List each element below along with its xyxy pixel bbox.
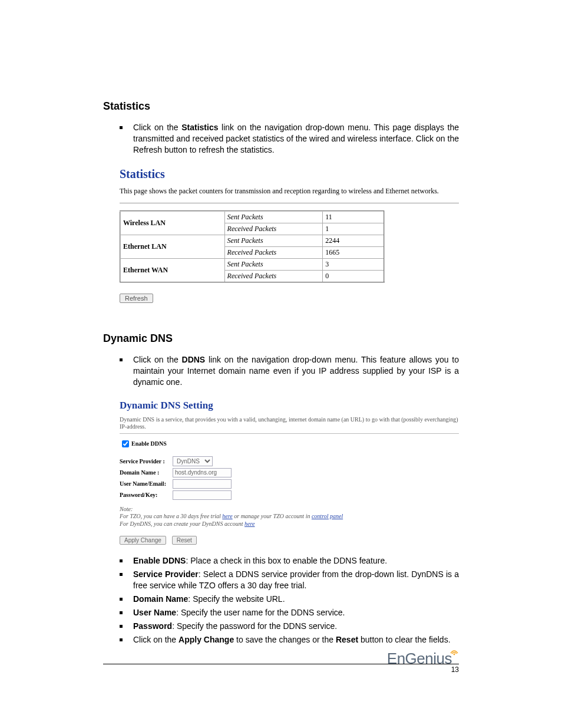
- statistics-panel-title: Statistics: [120, 167, 459, 181]
- ddns-intro: Click on the DDNS link on the navigation…: [133, 354, 459, 388]
- iface-cell: Wireless LAN: [120, 211, 224, 235]
- text-bold: Service Provider: [133, 569, 199, 579]
- bullet-icon: [120, 598, 123, 601]
- statistics-heading: Statistics: [103, 100, 459, 113]
- statistics-panel-desc: This page shows the packet counters for …: [120, 187, 459, 196]
- footer-divider: [103, 664, 459, 664]
- text: For DynDNS, you can create your DynDNS a…: [120, 521, 244, 527]
- value-cell: 1665: [323, 247, 384, 259]
- iface-cell: Ethernet LAN: [120, 235, 224, 259]
- metric-cell: Received Packets: [224, 247, 323, 259]
- value-cell: 2244: [323, 235, 384, 247]
- ddns-panel-title: Dynamic DNS Setting: [120, 400, 459, 411]
- domain-name-label: Domain Name :: [120, 469, 173, 476]
- dyndns-account-link[interactable]: here: [244, 521, 254, 527]
- list-item: Enable DDNS: Place a check in this box t…: [133, 555, 459, 566]
- ddns-note: Note: For TZO, you can have a 30 days fr…: [120, 506, 459, 528]
- list-item: User Name: Specify the user name for the…: [133, 607, 459, 618]
- list-item: Password: Specify the password for the D…: [133, 621, 459, 632]
- list-item: Click on the Apply Change to save the ch…: [133, 634, 459, 645]
- text: For TZO, you can have a 30 days free tri…: [120, 513, 222, 519]
- list-item: Service Provider: Select a DDNS service …: [133, 569, 459, 591]
- enable-ddns-label: Enable DDNS: [131, 440, 167, 447]
- metric-cell: Sent Packets: [224, 235, 323, 247]
- tzo-control-panel-link[interactable]: control panel: [312, 513, 343, 519]
- text-bold: Statistics: [181, 123, 218, 132]
- metric-cell: Received Packets: [224, 271, 323, 283]
- value-cell: 3: [323, 259, 384, 271]
- username-input[interactable]: [173, 479, 232, 489]
- metric-cell: Received Packets: [224, 223, 323, 235]
- text: : Specify the user name for the DDNS ser…: [176, 608, 345, 617]
- bullet-icon: [120, 559, 123, 562]
- enable-ddns-checkbox[interactable]: [122, 440, 129, 447]
- text: Click on the: [133, 123, 181, 132]
- metric-cell: Sent Packets: [224, 259, 323, 271]
- service-provider-label: Service Provider :: [120, 458, 173, 465]
- text-bold: DDNS: [182, 355, 206, 364]
- bullet-icon: [120, 573, 123, 576]
- note-head: Note:: [120, 506, 459, 513]
- bullet-icon: [120, 611, 123, 614]
- value-cell: 0: [323, 271, 384, 283]
- list-item: Domain Name: Specify the website URL.: [133, 594, 459, 605]
- tzo-trial-link[interactable]: here: [222, 513, 232, 519]
- value-cell: 11: [323, 211, 384, 223]
- text: : Place a check in this box to enable th…: [186, 556, 387, 565]
- value-cell: 1: [323, 223, 384, 235]
- text-bold: Password: [133, 621, 172, 631]
- page-number: 13: [103, 666, 459, 674]
- statistics-intro: Click on the Statistics link on the navi…: [133, 122, 459, 156]
- wifi-icon: [449, 647, 459, 655]
- text: : Specify the website URL.: [188, 594, 285, 604]
- text-bold: Domain Name: [133, 594, 188, 604]
- ddns-panel-desc: Dynamic DNS is a service, that provides …: [120, 416, 459, 431]
- refresh-button[interactable]: Refresh: [120, 294, 153, 303]
- bullet-icon: [120, 625, 123, 628]
- ddns-heading: Dynamic DNS: [103, 332, 459, 345]
- text-bold: User Name: [133, 608, 176, 617]
- iface-cell: Ethernet WAN: [120, 259, 224, 283]
- bullet-icon: [120, 638, 123, 641]
- statistics-table: Wireless LAN Sent Packets 11 Received Pa…: [120, 210, 385, 283]
- apply-change-button[interactable]: Apply Change: [120, 536, 166, 545]
- text: to save the changes or the: [234, 635, 336, 644]
- password-input[interactable]: [173, 490, 232, 500]
- bullet-icon: [120, 126, 123, 129]
- text: button to clear the fields.: [358, 635, 450, 644]
- metric-cell: Sent Packets: [224, 211, 323, 223]
- divider: [120, 433, 459, 434]
- bullet-icon: [120, 358, 123, 361]
- text-bold: Apply Change: [178, 635, 234, 644]
- domain-name-input[interactable]: [173, 468, 232, 477]
- text: Click on the: [133, 635, 178, 644]
- reset-button[interactable]: Reset: [172, 536, 197, 545]
- text-bold: Enable DDNS: [133, 556, 186, 565]
- svg-point-0: [454, 654, 455, 655]
- text: or manage your TZO account in: [233, 513, 312, 519]
- divider: [120, 203, 459, 203]
- text: : Specify the password for the DDNS serv…: [172, 621, 337, 631]
- text-bold: Reset: [336, 635, 358, 644]
- text: Click on the: [133, 355, 182, 364]
- password-label: Password/Key:: [120, 492, 173, 498]
- service-provider-select[interactable]: DynDNS: [173, 456, 213, 466]
- username-label: User Name/Email:: [120, 480, 173, 487]
